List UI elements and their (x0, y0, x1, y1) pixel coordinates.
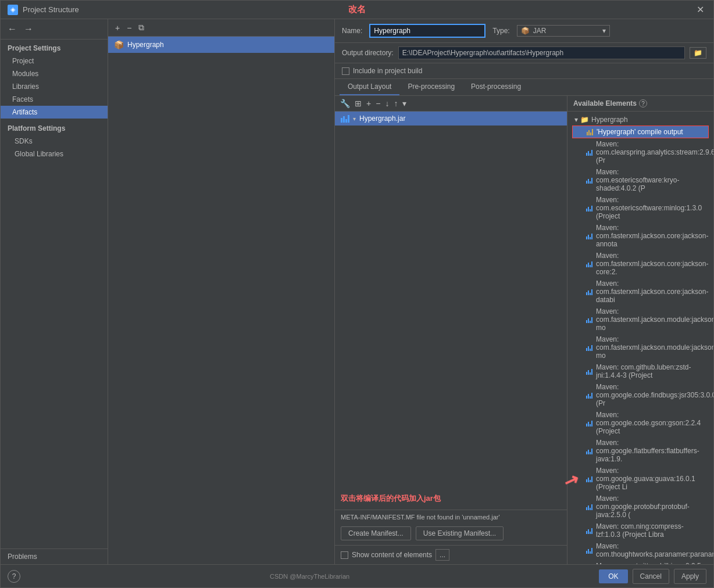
ok-button[interactable]: OK (599, 569, 627, 583)
include-build-label: Include in project build (353, 67, 422, 75)
project-settings-label: Project Settings (1, 40, 108, 55)
folder-icon: 📁 (580, 116, 589, 124)
apply-button[interactable]: Apply (674, 569, 706, 584)
window-title: Project Structure (23, 5, 79, 14)
available-item-3[interactable]: Maven: com.esotericsoftware:minlog:1.3.0… (572, 194, 709, 222)
output-dir-label: Output directory: (342, 49, 394, 57)
title-annotation: 改名 (348, 4, 366, 15)
output-tool-btn-down[interactable]: ↓ (383, 98, 391, 109)
available-item-compile-output[interactable]: 'Hypergraph' compile output (572, 126, 709, 138)
sidebar: ← → Project Settings Project Modules Lib… (1, 19, 108, 564)
main-content: ← → Project Settings Project Modules Lib… (1, 19, 713, 564)
sidebar-item-artifacts[interactable]: Artifacts (1, 106, 108, 119)
platform-settings-label: Platform Settings (1, 119, 108, 135)
use-existing-manifest-button[interactable]: Use Existing Manifest... (416, 526, 504, 540)
group-label: Hypergraph (591, 116, 628, 124)
available-item-14[interactable]: Maven: com.google.protobuf:protobuf-java… (572, 493, 709, 521)
sidebar-item-project[interactable]: Project (1, 55, 108, 67)
output-tree-item[interactable]: ▾ Hypergraph.jar (335, 112, 567, 126)
available-item-5[interactable]: Maven: com.fasterxml.jackson.core:jackso… (572, 250, 709, 278)
center-toolbar: + − ⧉ (108, 19, 334, 37)
available-item-9[interactable]: Maven: com.github.luben:zstd-jni:1.4.4-3… (572, 361, 709, 381)
jar-bar-icon (341, 114, 349, 123)
output-tool-btn-2[interactable]: ⊞ (353, 98, 363, 109)
lib-bar-icon-7 (586, 316, 592, 323)
sidebar-item-libraries[interactable]: Libraries (1, 80, 108, 93)
available-title: Available Elements (573, 99, 637, 107)
output-tree: ▾ Hypergraph.jar (335, 112, 567, 487)
available-item-13[interactable]: Maven: com.google.guava:guava:16.0.1 (Pr… (572, 465, 709, 493)
lib-bar-icon-3 (586, 205, 592, 211)
sidebar-item-problems[interactable]: Problems (1, 549, 108, 564)
output-toolbar: 🔧 ⊞ + − ↓ ↑ ▾ (335, 96, 567, 112)
lib-bar-icon-10 (586, 392, 592, 399)
lib-bar-icon-4 (586, 232, 592, 239)
add-artifact-button[interactable]: + (113, 22, 122, 34)
more-button[interactable]: ... (435, 549, 449, 561)
available-item-12[interactable]: Maven: com.google.flatbuffers:flatbuffer… (572, 437, 709, 465)
output-tool-btn-remove[interactable]: − (374, 98, 382, 109)
lib-bar-icon-16 (586, 547, 592, 554)
lib-bar-icon-14 (586, 503, 592, 510)
available-item-7[interactable]: Maven: com.fasterxml.jackson.module:jack… (572, 306, 709, 334)
available-item-16[interactable]: Maven: com.thoughtworks.paranamer:parana… (572, 540, 709, 560)
lib-bar-icon (587, 128, 593, 135)
remove-artifact-button[interactable]: − (124, 22, 134, 34)
type-chevron-icon: ▾ (602, 27, 606, 35)
available-item-6[interactable]: Maven: com.fasterxml.jackson.core:jackso… (572, 278, 709, 306)
output-tool-btn-1[interactable]: 🔧 (338, 98, 352, 109)
chevron-icon: ▾ (353, 116, 356, 122)
tab-output-layout[interactable]: Output Layout (340, 79, 399, 95)
available-item-4[interactable]: Maven: com.fasterxml.jackson.core:jackso… (572, 222, 709, 250)
type-value: JAR (533, 27, 547, 35)
output-tool-btn-more[interactable]: ▾ (401, 98, 408, 109)
available-item-11[interactable]: Maven: com.google.code.gson:gson:2.2.4 (… (572, 409, 709, 437)
available-item-10[interactable]: Maven: com.google.code.findbugs:jsr305:3… (572, 381, 709, 409)
available-item-1[interactable]: Maven: com.clearspring.analytics:stream:… (572, 138, 709, 166)
type-select[interactable]: 📦 JAR ▾ (517, 25, 610, 37)
jar-icon: 📦 (521, 27, 530, 35)
create-manifest-button[interactable]: Create Manifest... (341, 526, 411, 540)
tab-post-processing[interactable]: Post-processing (463, 79, 529, 95)
lib-bar-icon-2 (586, 177, 592, 184)
output-bottom: META-INF/MANIFEST.MF file not found in '… (335, 510, 567, 564)
show-content-checkbox[interactable] (341, 551, 348, 559)
available-help-icon[interactable]: ? (639, 99, 647, 107)
artifact-list-item[interactable]: 📦 Hypergraph (108, 37, 334, 53)
lib-bar-icon-12 (586, 447, 592, 454)
tab-pre-processing[interactable]: Pre-processing (399, 79, 463, 95)
artifact-name: Hypergraph (127, 41, 164, 49)
available-item-8[interactable]: Maven: com.fasterxml.jackson.module:jack… (572, 334, 709, 361)
lib-bar-icon-11 (586, 420, 592, 426)
sidebar-item-modules[interactable]: Modules (1, 67, 108, 80)
sidebar-item-sdks[interactable]: SDKs (1, 135, 108, 148)
output-tool-btn-up[interactable]: ↑ (392, 98, 399, 109)
output-tool-btn-add[interactable]: + (365, 98, 373, 109)
title-bar: ◈ Project Structure 改名 ✕ (1, 1, 713, 19)
copy-artifact-button[interactable]: ⧉ (136, 21, 147, 34)
sidebar-item-facets[interactable]: Facets (1, 93, 108, 106)
include-build-row: Include in project build (335, 63, 713, 79)
back-button[interactable]: ← (5, 23, 19, 35)
available-item-17[interactable]: Maven: com.twitter:chill-java:0.9.5 (Pro… (572, 560, 709, 564)
available-item-15[interactable]: Maven: com.ning:compress-lzf:1.0.3 (Proj… (572, 521, 709, 540)
group-chevron-icon: ▾ (574, 116, 578, 124)
available-group-header[interactable]: ▾ 📁 Hypergraph (572, 114, 709, 126)
name-type-row: Name: Type: 📦 JAR ▾ (335, 19, 713, 43)
output-left: 🔧 ⊞ + − ↓ ↑ ▾ (335, 96, 567, 564)
include-build-checkbox[interactable] (342, 67, 349, 75)
forward-button[interactable]: → (22, 23, 35, 35)
browse-button[interactable]: 📁 (690, 47, 706, 59)
output-dir-input[interactable] (398, 46, 685, 59)
name-input[interactable] (369, 24, 485, 38)
manifest-warning: META-INF/MANIFEST.MF file not found in '… (335, 510, 567, 524)
show-content-label: Show content of elements (352, 551, 432, 559)
cancel-button[interactable]: Cancel (633, 569, 669, 584)
help-button[interactable]: ? (8, 570, 20, 583)
close-button[interactable]: ✕ (694, 4, 706, 15)
available-item-2[interactable]: Maven: com.esotericsoftware:kryo-shaded:… (572, 166, 709, 194)
sidebar-item-global-libraries[interactable]: Global Libraries (1, 148, 108, 160)
watermark: CSDN @MarcyTheLibrarian (270, 573, 349, 580)
manifest-buttons: Create Manifest... Use Existing Manifest… (335, 524, 567, 545)
tabs-row: Output Layout Pre-processing Post-proces… (335, 79, 713, 96)
